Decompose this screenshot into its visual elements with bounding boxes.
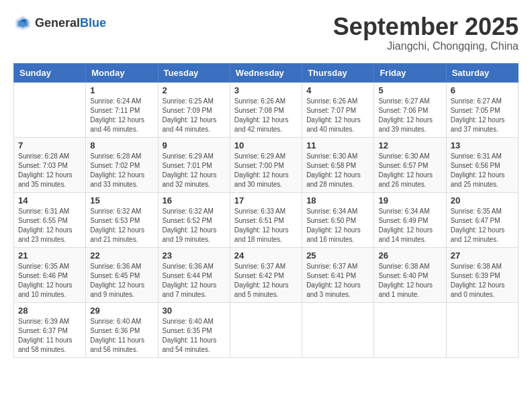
calendar-cell: 2Sunrise: 6:25 AM Sunset: 7:09 PM Daylig… bbox=[158, 82, 230, 137]
calendar-table: SundayMondayTuesdayWednesdayThursdayFrid… bbox=[13, 63, 519, 358]
calendar-cell: 10Sunrise: 6:29 AM Sunset: 7:00 PM Dayli… bbox=[230, 137, 302, 192]
calendar-cell: 5Sunrise: 6:27 AM Sunset: 7:06 PM Daylig… bbox=[374, 82, 446, 137]
weekday-header-friday: Friday bbox=[374, 63, 446, 82]
day-info: Sunrise: 6:26 AM Sunset: 7:07 PM Dayligh… bbox=[306, 97, 369, 134]
calendar-cell: 15Sunrise: 6:32 AM Sunset: 6:53 PM Dayli… bbox=[86, 192, 158, 247]
calendar-cell: 14Sunrise: 6:31 AM Sunset: 6:55 PM Dayli… bbox=[14, 192, 86, 247]
calendar-cell: 28Sunrise: 6:39 AM Sunset: 6:37 PM Dayli… bbox=[14, 302, 86, 357]
calendar-cell: 22Sunrise: 6:36 AM Sunset: 6:45 PM Dayli… bbox=[86, 247, 158, 302]
calendar-cell: 26Sunrise: 6:38 AM Sunset: 6:40 PM Dayli… bbox=[374, 247, 446, 302]
day-info: Sunrise: 6:40 AM Sunset: 6:35 PM Dayligh… bbox=[163, 317, 226, 355]
day-info: Sunrise: 6:38 AM Sunset: 6:39 PM Dayligh… bbox=[451, 262, 514, 300]
calendar-cell: 24Sunrise: 6:37 AM Sunset: 6:42 PM Dayli… bbox=[230, 247, 302, 302]
day-info: Sunrise: 6:25 AM Sunset: 7:09 PM Dayligh… bbox=[163, 97, 226, 134]
calendar-cell bbox=[14, 82, 86, 137]
day-number: 23 bbox=[163, 250, 226, 261]
day-number: 15 bbox=[90, 195, 153, 205]
day-info: Sunrise: 6:36 AM Sunset: 6:44 PM Dayligh… bbox=[163, 262, 226, 300]
day-info: Sunrise: 6:28 AM Sunset: 7:03 PM Dayligh… bbox=[18, 152, 81, 189]
day-info: Sunrise: 6:35 AM Sunset: 6:47 PM Dayligh… bbox=[451, 207, 514, 244]
day-number: 14 bbox=[18, 195, 81, 205]
calendar-cell: 30Sunrise: 6:40 AM Sunset: 6:35 PM Dayli… bbox=[158, 302, 230, 357]
day-info: Sunrise: 6:37 AM Sunset: 6:42 PM Dayligh… bbox=[234, 262, 298, 300]
calendar-cell: 4Sunrise: 6:26 AM Sunset: 7:07 PM Daylig… bbox=[302, 82, 374, 137]
weekday-header-thursday: Thursday bbox=[302, 63, 374, 82]
day-info: Sunrise: 6:29 AM Sunset: 7:01 PM Dayligh… bbox=[163, 152, 226, 189]
day-info: Sunrise: 6:31 AM Sunset: 6:56 PM Dayligh… bbox=[451, 152, 514, 189]
day-info: Sunrise: 6:28 AM Sunset: 7:02 PM Dayligh… bbox=[90, 152, 153, 189]
day-info: Sunrise: 6:27 AM Sunset: 7:06 PM Dayligh… bbox=[378, 97, 441, 134]
weekday-header-row: SundayMondayTuesdayWednesdayThursdayFrid… bbox=[14, 63, 519, 82]
day-info: Sunrise: 6:39 AM Sunset: 6:37 PM Dayligh… bbox=[18, 317, 81, 355]
calendar-cell: 3Sunrise: 6:26 AM Sunset: 7:08 PM Daylig… bbox=[230, 82, 302, 137]
day-number: 11 bbox=[306, 140, 369, 150]
title-block: September 2025 Jiangchi, Chongqing, Chin… bbox=[333, 13, 519, 52]
week-row-4: 21Sunrise: 6:35 AM Sunset: 6:46 PM Dayli… bbox=[14, 247, 519, 302]
logo-blue: Blue bbox=[80, 16, 106, 30]
calendar-cell bbox=[230, 302, 302, 357]
calendar-cell: 1Sunrise: 6:24 AM Sunset: 7:11 PM Daylig… bbox=[86, 82, 158, 137]
logo-text-group: GeneralBlue bbox=[35, 16, 106, 30]
day-number: 2 bbox=[163, 85, 226, 95]
day-info: Sunrise: 6:34 AM Sunset: 6:49 PM Dayligh… bbox=[378, 207, 441, 244]
day-info: Sunrise: 6:27 AM Sunset: 7:05 PM Dayligh… bbox=[451, 97, 514, 134]
day-info: Sunrise: 6:34 AM Sunset: 6:50 PM Dayligh… bbox=[306, 207, 369, 244]
day-number: 27 bbox=[451, 250, 514, 261]
day-number: 28 bbox=[18, 306, 81, 316]
calendar-cell: 12Sunrise: 6:30 AM Sunset: 6:57 PM Dayli… bbox=[374, 137, 446, 192]
weekday-header-saturday: Saturday bbox=[446, 63, 518, 82]
day-info: Sunrise: 6:30 AM Sunset: 6:57 PM Dayligh… bbox=[378, 152, 441, 189]
week-row-2: 7Sunrise: 6:28 AM Sunset: 7:03 PM Daylig… bbox=[14, 137, 519, 192]
calendar-cell bbox=[374, 302, 446, 357]
calendar-cell: 25Sunrise: 6:37 AM Sunset: 6:41 PM Dayli… bbox=[302, 247, 374, 302]
calendar-cell: 11Sunrise: 6:30 AM Sunset: 6:58 PM Dayli… bbox=[302, 137, 374, 192]
logo: GeneralBlue bbox=[13, 13, 106, 32]
day-info: Sunrise: 6:29 AM Sunset: 7:00 PM Dayligh… bbox=[234, 152, 298, 189]
day-number: 26 bbox=[378, 250, 441, 261]
calendar-cell: 23Sunrise: 6:36 AM Sunset: 6:44 PM Dayli… bbox=[158, 247, 230, 302]
week-row-3: 14Sunrise: 6:31 AM Sunset: 6:55 PM Dayli… bbox=[14, 192, 519, 247]
day-number: 7 bbox=[18, 140, 81, 150]
day-number: 10 bbox=[234, 140, 298, 150]
calendar-cell: 6Sunrise: 6:27 AM Sunset: 7:05 PM Daylig… bbox=[446, 82, 518, 137]
day-number: 17 bbox=[234, 195, 298, 205]
calendar-cell: 9Sunrise: 6:29 AM Sunset: 7:01 PM Daylig… bbox=[158, 137, 230, 192]
day-info: Sunrise: 6:32 AM Sunset: 6:52 PM Dayligh… bbox=[163, 207, 226, 244]
location-title: Jiangchi, Chongqing, China bbox=[333, 40, 519, 52]
logo-icon bbox=[13, 13, 32, 32]
calendar-cell: 27Sunrise: 6:38 AM Sunset: 6:39 PM Dayli… bbox=[446, 247, 518, 302]
day-info: Sunrise: 6:36 AM Sunset: 6:45 PM Dayligh… bbox=[90, 262, 153, 300]
day-number: 20 bbox=[451, 195, 514, 205]
calendar-cell: 8Sunrise: 6:28 AM Sunset: 7:02 PM Daylig… bbox=[86, 137, 158, 192]
day-info: Sunrise: 6:26 AM Sunset: 7:08 PM Dayligh… bbox=[234, 97, 298, 134]
day-number: 22 bbox=[90, 250, 153, 261]
day-info: Sunrise: 6:40 AM Sunset: 6:36 PM Dayligh… bbox=[90, 317, 153, 355]
weekday-header-wednesday: Wednesday bbox=[230, 63, 302, 82]
weekday-header-sunday: Sunday bbox=[14, 63, 86, 82]
day-number: 19 bbox=[378, 195, 441, 205]
month-title: September 2025 bbox=[333, 13, 519, 40]
logo-general: General bbox=[35, 16, 80, 30]
day-number: 6 bbox=[451, 85, 514, 95]
calendar-cell: 29Sunrise: 6:40 AM Sunset: 6:36 PM Dayli… bbox=[86, 302, 158, 357]
day-number: 1 bbox=[90, 85, 153, 95]
day-info: Sunrise: 6:38 AM Sunset: 6:40 PM Dayligh… bbox=[378, 262, 441, 300]
week-row-5: 28Sunrise: 6:39 AM Sunset: 6:37 PM Dayli… bbox=[14, 302, 519, 357]
day-info: Sunrise: 6:30 AM Sunset: 6:58 PM Dayligh… bbox=[306, 152, 369, 189]
calendar-cell: 19Sunrise: 6:34 AM Sunset: 6:49 PM Dayli… bbox=[374, 192, 446, 247]
day-number: 8 bbox=[90, 140, 153, 150]
calendar-cell: 7Sunrise: 6:28 AM Sunset: 7:03 PM Daylig… bbox=[14, 137, 86, 192]
day-info: Sunrise: 6:32 AM Sunset: 6:53 PM Dayligh… bbox=[90, 207, 153, 244]
calendar-cell: 18Sunrise: 6:34 AM Sunset: 6:50 PM Dayli… bbox=[302, 192, 374, 247]
weekday-header-monday: Monday bbox=[86, 63, 158, 82]
day-info: Sunrise: 6:31 AM Sunset: 6:55 PM Dayligh… bbox=[18, 207, 81, 244]
day-info: Sunrise: 6:35 AM Sunset: 6:46 PM Dayligh… bbox=[18, 262, 81, 300]
calendar-cell: 17Sunrise: 6:33 AM Sunset: 6:51 PM Dayli… bbox=[230, 192, 302, 247]
day-number: 12 bbox=[378, 140, 441, 150]
day-number: 9 bbox=[163, 140, 226, 150]
day-info: Sunrise: 6:33 AM Sunset: 6:51 PM Dayligh… bbox=[234, 207, 298, 244]
day-info: Sunrise: 6:24 AM Sunset: 7:11 PM Dayligh… bbox=[90, 97, 153, 134]
day-number: 5 bbox=[378, 85, 441, 95]
weekday-header-tuesday: Tuesday bbox=[158, 63, 230, 82]
page-header: GeneralBlue September 2025 Jiangchi, Cho… bbox=[13, 13, 519, 52]
